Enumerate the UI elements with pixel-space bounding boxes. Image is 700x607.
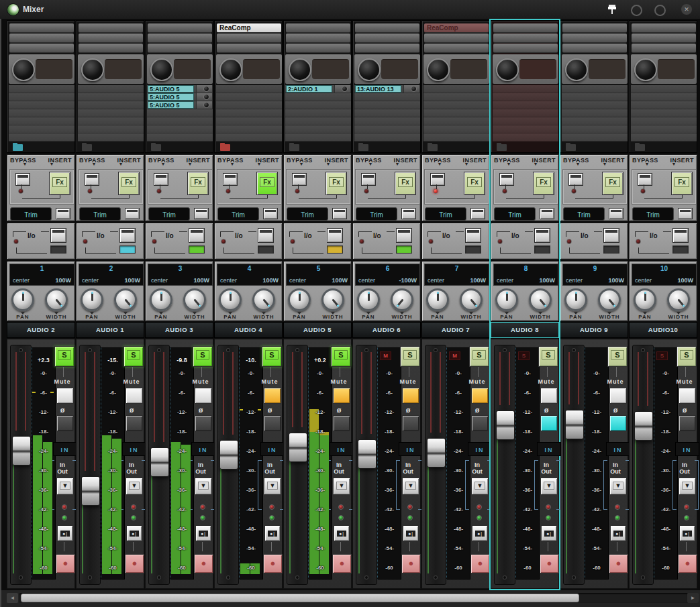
send-slot[interactable] (78, 85, 144, 93)
fader-track[interactable] (148, 345, 170, 585)
scroll-right-arrow[interactable]: ► (687, 593, 699, 603)
pan-knob[interactable] (426, 288, 449, 311)
bypass-dropdown-icon[interactable]: ▾ (577, 161, 579, 167)
bypass-button[interactable] (85, 173, 99, 186)
send-slot[interactable]: 2:AUDIO 1 (285, 85, 351, 93)
folder-icon[interactable] (82, 143, 93, 152)
fader-handle[interactable] (219, 440, 238, 470)
insert-dropdown-icon[interactable]: ▾ (534, 161, 537, 167)
monitor-button[interactable]: ▼ (264, 478, 281, 495)
input-display[interactable] (519, 59, 556, 79)
fx-button[interactable]: Fx (464, 172, 485, 195)
send-slot[interactable] (493, 125, 558, 133)
phase-button[interactable] (264, 415, 281, 431)
pan-knob[interactable] (219, 288, 242, 311)
fx-slot[interactable] (632, 44, 696, 53)
fader-handle[interactable] (150, 447, 169, 477)
fx-slot[interactable] (562, 34, 627, 43)
send-slot[interactable] (493, 93, 558, 101)
record-arm-button[interactable]: ● (678, 554, 697, 573)
send-slot[interactable] (285, 101, 351, 109)
bypass-button[interactable] (154, 173, 168, 186)
send-slot[interactable] (285, 117, 351, 125)
send-slot[interactable] (423, 125, 489, 133)
input-display[interactable] (381, 59, 418, 79)
solo-button[interactable]: S (123, 346, 144, 367)
record-arm-button[interactable]: ● (609, 554, 628, 573)
send-slot[interactable] (216, 109, 282, 117)
solo-button[interactable]: S (469, 346, 489, 367)
input-display[interactable] (243, 59, 280, 79)
send-slot[interactable] (493, 133, 558, 142)
folder-icon[interactable] (566, 143, 577, 152)
track-name[interactable]: AUDIO10 (629, 322, 697, 338)
width-knob[interactable] (391, 288, 413, 311)
input-fx-button[interactable]: IN (468, 442, 492, 456)
scrollbar-thumb[interactable] (21, 594, 579, 602)
send-slot[interactable] (147, 109, 213, 117)
send-slot[interactable] (354, 117, 420, 125)
fx-slot[interactable] (286, 34, 350, 43)
trim-menu-button[interactable] (332, 208, 347, 219)
track-name[interactable]: AUDIO 5 (283, 322, 352, 338)
bypass-button[interactable] (15, 173, 30, 186)
send-knob[interactable] (196, 85, 213, 93)
send-slot[interactable] (9, 117, 74, 125)
bypass-dropdown-icon[interactable]: ▾ (507, 161, 510, 167)
maximize-icon[interactable] (654, 5, 666, 16)
input-display[interactable] (589, 59, 626, 79)
send-label[interactable]: 5:AUDIO 5 (148, 85, 194, 93)
fader-handle[interactable] (634, 411, 653, 441)
pan-knob[interactable] (495, 288, 518, 311)
trim-display[interactable]: Trim (287, 207, 328, 221)
fader-handle[interactable] (496, 410, 515, 440)
pan-knob[interactable] (288, 288, 311, 311)
track-name[interactable]: AUDIO 4 (214, 322, 283, 338)
monitor-button[interactable]: ▼ (540, 478, 558, 495)
solo-button[interactable]: S (262, 346, 282, 367)
bypass-dropdown-icon[interactable]: ▾ (646, 161, 648, 167)
track-name[interactable]: AUDIO 6 (352, 322, 421, 338)
send-slot[interactable] (147, 117, 213, 125)
mono-button[interactable]: ●| (541, 525, 557, 541)
send-slot[interactable] (216, 93, 282, 101)
send-slot[interactable]: 5:AUDIO 5 (147, 93, 213, 101)
mute-button[interactable] (609, 388, 627, 404)
pan-display[interactable]: 10center100W (632, 264, 697, 286)
send-slot[interactable] (493, 117, 558, 125)
send-slot[interactable] (423, 101, 489, 109)
track-name[interactable]: AUDIO 8 (491, 322, 559, 338)
pan-display[interactable]: 2center100W (79, 264, 144, 286)
insert-dropdown-icon[interactable]: ▾ (50, 161, 53, 167)
input-knob[interactable] (12, 58, 35, 81)
bypass-dropdown-icon[interactable]: ▾ (23, 161, 26, 167)
fader-handle[interactable] (358, 439, 377, 469)
send-slot[interactable] (493, 101, 558, 109)
pan-knob[interactable] (634, 288, 656, 311)
send-slot[interactable] (216, 101, 282, 109)
record-arm-button[interactable]: ● (332, 554, 352, 573)
fx-button[interactable]: Fx (49, 172, 70, 195)
bypass-button[interactable] (223, 173, 238, 186)
pan-knob[interactable] (150, 288, 172, 311)
phase-button[interactable] (56, 415, 74, 431)
track-name[interactable]: AUDIO 3 (145, 322, 213, 338)
monitor-button[interactable]: ▼ (126, 478, 143, 495)
trim-menu-button[interactable] (56, 208, 70, 219)
send-slot[interactable] (423, 133, 489, 142)
phase-button[interactable] (540, 415, 558, 431)
trim-display[interactable]: Trim (632, 207, 674, 221)
fx-button[interactable]: Fx (602, 172, 623, 195)
fader-handle[interactable] (565, 410, 584, 439)
io-button[interactable] (465, 228, 481, 243)
send-slot[interactable] (78, 125, 144, 133)
trim-display[interactable]: Trim (79, 207, 121, 221)
trim-display[interactable]: Trim (217, 207, 259, 221)
fader-track[interactable] (632, 345, 654, 585)
send-slot[interactable] (354, 125, 420, 133)
send-slot[interactable] (9, 109, 74, 117)
input-display[interactable] (658, 59, 695, 79)
send-slot[interactable] (354, 101, 420, 109)
mute-button[interactable] (471, 388, 489, 404)
send-slot[interactable] (562, 125, 628, 133)
